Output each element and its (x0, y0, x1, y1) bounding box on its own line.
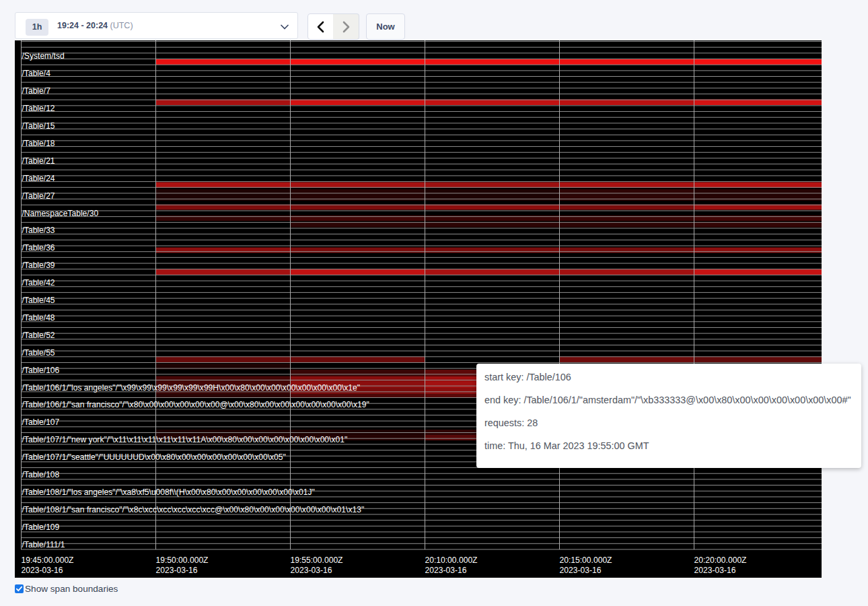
svg-text:2023-03-16: 2023-03-16 (291, 566, 332, 575)
svg-text:/Table/36: /Table/36 (22, 243, 55, 252)
svg-text:/Table/107/1/"new york"/"\x11\: /Table/107/1/"new york"/"\x11\x11\x11\x1… (22, 435, 348, 444)
svg-text:/Table/15: /Table/15 (22, 121, 55, 131)
svg-text:/Table/108/1/"los angeles"/"\x: /Table/108/1/"los angeles"/"\xa8\xf5\u00… (22, 487, 315, 497)
svg-text:/Table/106/1/"san francisco"/": /Table/106/1/"san francisco"/"\x80\x00\x… (22, 400, 369, 409)
svg-text:/Table/107: /Table/107 (22, 417, 60, 427)
svg-text:/Table/21: /Table/21 (22, 156, 55, 166)
svg-text:/Table/108/1/"san francisco"/": /Table/108/1/"san francisco"/"\x8c\xcc\x… (22, 505, 365, 514)
svg-text:/Table/106: /Table/106 (22, 366, 60, 375)
svg-text:/Table/42: /Table/42 (22, 278, 55, 288)
svg-text:20:10:00.000Z: 20:10:00.000Z (425, 556, 478, 565)
svg-text:2023-03-16: 2023-03-16 (156, 566, 198, 575)
svg-text:/NamespaceTable/30: /NamespaceTable/30 (22, 209, 99, 218)
svg-text:/Table/55: /Table/55 (22, 348, 55, 358)
svg-text:2023-03-16: 2023-03-16 (560, 566, 602, 575)
svg-text:/Table/106/1/"los angeles"/"\x: /Table/106/1/"los angeles"/"\x99\x99\x99… (22, 383, 361, 393)
svg-text:/Table/33: /Table/33 (22, 226, 55, 235)
svg-text:/Table/48: /Table/48 (22, 313, 55, 323)
svg-text:/Table/12: /Table/12 (22, 104, 55, 113)
svg-text:/Table/108: /Table/108 (22, 470, 60, 479)
svg-text:/Table/39: /Table/39 (22, 261, 55, 270)
svg-text:/Table/7: /Table/7 (22, 86, 51, 96)
svg-text:/Table/45: /Table/45 (22, 296, 55, 305)
svg-text:/Table/4: /Table/4 (22, 69, 51, 78)
svg-text:19:55:00.000Z: 19:55:00.000Z (291, 556, 344, 565)
svg-text:/Table/107/1/"seattle"/"UUUUUU: /Table/107/1/"seattle"/"UUUUUUD\x00\x80\… (22, 452, 286, 462)
svg-text:/Table/109: /Table/109 (22, 523, 60, 532)
svg-text:/Table/27: /Table/27 (22, 191, 55, 201)
svg-text:/Table/52: /Table/52 (22, 331, 55, 340)
svg-text:/Table/24: /Table/24 (22, 174, 55, 183)
svg-text:/Table/111/1: /Table/111/1 (22, 540, 65, 549)
svg-text:20:20:00.000Z: 20:20:00.000Z (694, 556, 748, 565)
svg-text:19:50:00.000Z: 19:50:00.000Z (156, 556, 209, 565)
svg-text:19:45:00.000Z: 19:45:00.000Z (22, 556, 75, 565)
svg-text:/System/tsd: /System/tsd (22, 51, 65, 61)
svg-text:2023-03-16: 2023-03-16 (425, 566, 467, 575)
svg-text:2023-03-16: 2023-03-16 (694, 566, 736, 575)
svg-text:/Table/18: /Table/18 (22, 139, 55, 148)
svg-text:20:15:00.000Z: 20:15:00.000Z (560, 556, 613, 565)
svg-text:2023-03-16: 2023-03-16 (22, 566, 63, 575)
